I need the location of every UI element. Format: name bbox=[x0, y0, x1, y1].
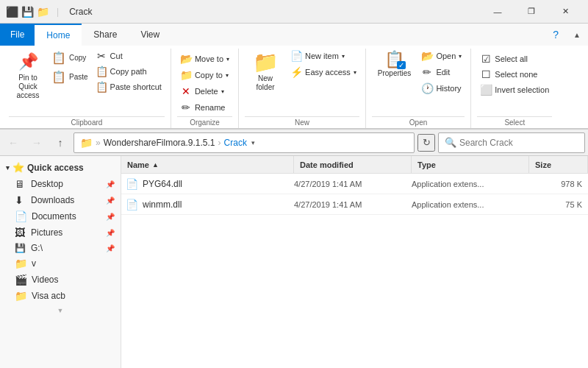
select-all-button[interactable]: ☑ Select all bbox=[477, 52, 552, 66]
main-area: ▾ ⭐ Quick access 🖥 Desktop 📌 ⬇ Downloads… bbox=[0, 156, 588, 368]
search-box: 🔍 bbox=[438, 132, 585, 153]
up-button[interactable]: ↑ bbox=[50, 132, 71, 153]
sidebar-item-videos[interactable]: 🎬 Videos bbox=[0, 272, 121, 288]
sidebar-scroll-down[interactable]: ▼ bbox=[0, 304, 121, 317]
history-icon: 🕐 bbox=[421, 82, 433, 94]
table-row[interactable]: 📄 PYG64.dll 4/27/2019 1:41 AM Applicatio… bbox=[121, 174, 588, 194]
pictures-icon: 🖼 bbox=[15, 227, 26, 238]
properties-badge: ✓ bbox=[397, 61, 406, 69]
col-header-type[interactable]: Type bbox=[412, 156, 529, 173]
organize-items: 📂 Move to ▾ 📁 Copy to ▾ ✕ Delete ▾ ✏ Ren… bbox=[177, 49, 232, 115]
g-drive-icon: 💾 bbox=[15, 243, 26, 253]
open-button[interactable]: 📂 Open ▾ bbox=[418, 49, 465, 63]
properties-label: Properties bbox=[378, 69, 412, 77]
select-none-button[interactable]: ☐ Select none bbox=[477, 67, 552, 82]
tab-view[interactable]: View bbox=[129, 24, 171, 46]
quick-access-header[interactable]: ▾ ⭐ Quick access bbox=[0, 159, 121, 176]
back-button[interactable]: ← bbox=[3, 132, 24, 153]
address-box[interactable]: 📁 » WondershareFilmora.9.1.5.1 › Crack ▾ bbox=[74, 132, 415, 153]
file-date-1: 4/27/2019 1:41 AM bbox=[294, 180, 412, 188]
sidebar-item-v[interactable]: 📁 v bbox=[0, 255, 121, 272]
paste-button[interactable]: 📋 Paste bbox=[49, 68, 91, 86]
paste-shortcut-button[interactable]: 📋 Paste shortcut bbox=[93, 79, 165, 94]
col-header-date[interactable]: Date modified bbox=[294, 156, 412, 173]
delete-button[interactable]: ✕ Delete ▾ bbox=[177, 84, 227, 99]
close-button[interactable]: ✕ bbox=[548, 0, 582, 24]
search-input[interactable] bbox=[459, 138, 578, 148]
maximize-button[interactable]: ❐ bbox=[514, 0, 548, 24]
copy-path-icon: 📋 bbox=[96, 66, 107, 77]
breadcrumb-icon: 📁 bbox=[80, 137, 93, 149]
refresh-button[interactable]: ↻ bbox=[417, 134, 435, 152]
file-icon-2: 📄 bbox=[126, 199, 138, 210]
organize-label: Organize bbox=[177, 116, 232, 128]
breadcrumb-current: Crack bbox=[224, 138, 247, 148]
move-to-button[interactable]: 📂 Move to ▾ bbox=[177, 52, 232, 66]
help-icon[interactable]: ? bbox=[545, 24, 566, 46]
sidebar-item-pictures[interactable]: 🖼 Pictures 📌 bbox=[0, 224, 121, 241]
edit-icon: ✏ bbox=[421, 66, 433, 78]
select-none-label: Select none bbox=[495, 70, 537, 79]
tab-share[interactable]: Share bbox=[82, 24, 129, 46]
sidebar-item-downloads[interactable]: ⬇ Downloads 📌 bbox=[0, 192, 121, 208]
sidebar-item-visa-acb[interactable]: 📁 Visa acb bbox=[0, 288, 121, 304]
col-header-size[interactable]: Size bbox=[529, 156, 588, 173]
invert-selection-button[interactable]: ⬜ Invert selection bbox=[477, 82, 552, 97]
file-date-2: 4/27/2019 1:41 AM bbox=[294, 200, 412, 209]
file-type-2: Application extens... bbox=[412, 200, 529, 209]
rename-button[interactable]: ✏ Rename bbox=[177, 100, 229, 115]
sidebar-item-documents[interactable]: 📄 Documents 📌 bbox=[0, 208, 121, 224]
new-item-chevron: ▾ bbox=[342, 53, 345, 60]
file-area: Name ▲ Date modified Type Size 📄 PYG64.d… bbox=[121, 156, 588, 368]
cut-button[interactable]: ✂ Cut bbox=[93, 49, 165, 63]
cut-label: Cut bbox=[110, 52, 123, 60]
paste-shortcut-label: Paste shortcut bbox=[110, 82, 162, 91]
file-size-1: 978 K bbox=[529, 180, 588, 188]
col-size-label: Size bbox=[535, 160, 551, 169]
edit-button[interactable]: ✏ Edit bbox=[418, 65, 465, 79]
tab-home[interactable]: Home bbox=[35, 24, 82, 46]
delete-icon: ✕ bbox=[180, 85, 192, 97]
clipboard-group: 📌 Pin to Quick access 📋 Copy 📋 Paste bbox=[3, 49, 171, 128]
forward-button[interactable]: → bbox=[26, 132, 47, 153]
history-button[interactable]: 🕐 History bbox=[418, 81, 465, 96]
ribbon-collapse-icon[interactable]: ▲ bbox=[566, 24, 588, 46]
breadcrumb-parent[interactable]: WondershareFilmora.9.1.5.1 bbox=[104, 138, 215, 148]
properties-button[interactable]: 📋 ✓ Properties bbox=[372, 49, 417, 79]
sidebar-item-desktop[interactable]: 🖥 Desktop 📌 bbox=[0, 176, 121, 192]
window-controls: — ❐ ✕ bbox=[481, 0, 582, 24]
g-drive-label: G:\ bbox=[31, 243, 43, 253]
copy-paste-group: 📋 Copy 📋 Paste bbox=[49, 49, 91, 86]
tab-file[interactable]: File bbox=[0, 24, 35, 46]
copy-button[interactable]: 📋 Copy bbox=[49, 49, 91, 67]
cut-icon: ✂ bbox=[96, 50, 107, 62]
new-folder-label: Newfolder bbox=[257, 74, 275, 92]
window-title: Crack bbox=[69, 7, 481, 17]
rename-label: Rename bbox=[195, 103, 226, 112]
downloads-icon: ⬇ bbox=[15, 194, 26, 206]
easy-access-icon: ⚡ bbox=[290, 66, 302, 78]
downloads-label: Downloads bbox=[31, 195, 74, 205]
new-item-button[interactable]: 📄 New item ▾ bbox=[287, 49, 359, 63]
properties-icon-wrapper: 📋 ✓ bbox=[384, 50, 404, 69]
select-sub-items: ☑ Select all ☐ Select none ⬜ Invert sele… bbox=[477, 49, 552, 97]
easy-access-button[interactable]: ⚡ Easy access ▾ bbox=[287, 65, 359, 79]
copy-to-button[interactable]: 📁 Copy to ▾ bbox=[177, 68, 232, 82]
rename-icon: ✏ bbox=[180, 102, 192, 113]
table-row[interactable]: 📄 winmm.dll 4/27/2019 1:41 AM Applicatio… bbox=[121, 194, 588, 215]
easy-access-label: Easy access bbox=[305, 68, 351, 77]
sidebar-item-g-drive[interactable]: 💾 G:\ 📌 bbox=[0, 241, 121, 255]
minimize-button[interactable]: — bbox=[481, 0, 514, 24]
breadcrumb: 📁 » WondershareFilmora.9.1.5.1 › Crack ▾ bbox=[80, 137, 255, 149]
pin-to-quick-access-button[interactable]: 📌 Pin to Quick access bbox=[9, 49, 47, 102]
visa-acb-icon: 📁 bbox=[15, 290, 27, 302]
address-bar: ← → ↑ 📁 » WondershareFilmora.9.1.5.1 › C… bbox=[0, 130, 588, 156]
col-header-name[interactable]: Name ▲ bbox=[121, 156, 294, 173]
videos-label: Videos bbox=[32, 275, 58, 285]
new-folder-button[interactable]: 📁 Newfolder bbox=[245, 49, 286, 93]
title-bar-icons: ⬛ 💾 📁 | bbox=[6, 6, 63, 18]
copy-path-button[interactable]: 📋 Copy path bbox=[93, 64, 165, 79]
v-label: v bbox=[32, 258, 36, 269]
breadcrumb-dropdown[interactable]: ▾ bbox=[251, 139, 255, 146]
delete-label: Delete bbox=[195, 87, 218, 96]
